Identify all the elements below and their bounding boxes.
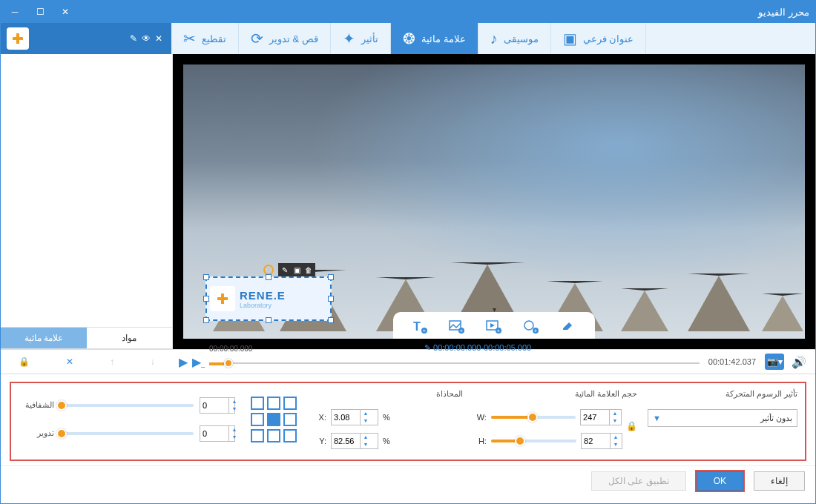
y-input[interactable]: ▲▼ — [331, 433, 378, 449]
svg-marker-11 — [490, 323, 495, 328]
subtitle-icon: ▣ — [563, 30, 577, 47]
brand-icon — [7, 27, 29, 50]
chevron-down-icon: ▼ — [653, 414, 661, 422]
svg-text:+: + — [534, 328, 538, 334]
size-title: حجم العلامة المائية — [473, 389, 637, 399]
h-label: H: — [473, 437, 487, 445]
svg-point-14 — [524, 321, 533, 330]
align-title: المحاذاة — [313, 389, 463, 399]
lock-aspect-icon[interactable]: 🔒 — [626, 421, 637, 431]
svg-text:+: + — [423, 328, 427, 334]
crop-icon: ⟳ — [251, 30, 263, 47]
sidebar-tab-watermark[interactable]: علامة مائية — [1, 328, 87, 348]
rotate-label: تدوير — [19, 428, 54, 438]
volume-icon[interactable]: 🔊 — [792, 355, 806, 369]
y-value[interactable] — [332, 437, 360, 445]
erase-button[interactable] — [556, 316, 580, 337]
w-label: W: — [473, 413, 487, 422]
opacity-slider[interactable] — [60, 404, 194, 407]
width-slider[interactable] — [491, 416, 576, 419]
snapshot-button[interactable]: 📷▾ — [765, 354, 784, 370]
move-down-icon[interactable]: ↓ — [151, 357, 155, 367]
time-range: 00:00:00.000-00:00:05.000 — [433, 343, 531, 352]
svg-text:T: T — [413, 320, 421, 333]
timeline-track[interactable]: 00:00:00.000 ✎ 00:00:00.000-00:00:05.000 — [209, 355, 700, 368]
rotate-input[interactable]: ▲▼ — [200, 425, 235, 442]
wm-brand-name: RENE.E — [240, 289, 286, 302]
wm-edit-icon[interactable]: ✎ — [280, 265, 290, 275]
step-button[interactable]: ▶⎯ — [192, 355, 205, 369]
tab-label: عنوان فرعي — [583, 33, 634, 44]
music-icon: ♪ — [490, 30, 498, 47]
tab-crop[interactable]: ⟳ قص & تدوير — [239, 23, 331, 54]
tab-cut[interactable]: ✂ تقطيع — [171, 23, 239, 54]
add-video-button[interactable]: + — [482, 316, 506, 337]
tab-label: علامة مائية — [421, 33, 466, 44]
play-button[interactable]: ▶ — [179, 355, 188, 369]
svg-text:+: + — [497, 328, 501, 334]
tab-label: تأثير — [361, 33, 378, 44]
svg-rect-1 — [13, 37, 23, 40]
svg-marker-17 — [563, 322, 572, 330]
eye-icon[interactable]: 👁 — [142, 33, 151, 44]
svg-rect-3 — [217, 297, 228, 300]
edit-icon[interactable]: ✎ — [130, 33, 137, 44]
wm-image-icon[interactable]: ▣ — [292, 265, 302, 275]
rotate-slider[interactable] — [60, 432, 194, 435]
add-image-button[interactable]: + — [445, 316, 469, 337]
anim-combo[interactable]: بدون تأثير ▼ — [648, 409, 797, 427]
tab-label: موسيقى — [504, 33, 539, 44]
percent-label: % — [383, 437, 390, 445]
x-value[interactable] — [332, 413, 360, 422]
tab-subtitle[interactable]: ▣ عنوان فرعي — [551, 23, 647, 54]
time-total: 00:01:42.037 — [708, 357, 756, 366]
opacity-label: الشفافية — [19, 400, 54, 410]
tab-label: تقطيع — [202, 33, 226, 44]
height-input[interactable]: ▲▼ — [581, 433, 622, 449]
add-text-button[interactable]: T+ — [408, 316, 432, 337]
lock-icon[interactable]: 🔒 — [19, 357, 30, 367]
x-input[interactable]: ▲▼ — [331, 409, 378, 425]
minimize-button[interactable]: ─ — [7, 4, 23, 20]
ok-button[interactable]: OK — [697, 471, 743, 491]
opacity-input[interactable]: ▲▼ — [200, 397, 235, 414]
tab-music[interactable]: ♪ موسيقى — [478, 23, 551, 54]
sidebar-content — [1, 54, 172, 327]
wm-brand-sub: Laboratory — [240, 302, 286, 309]
watermark-icon: ❂ — [403, 30, 415, 47]
window-title: محرر الفيديو — [73, 7, 809, 18]
apply-all-button[interactable]: تطبيق على الكل — [591, 471, 686, 491]
settings-panel: تأثير الرسوم المتحركة بدون تأثير ▼ حجم ا… — [10, 382, 806, 461]
svg-text:+: + — [460, 328, 464, 334]
percent-label: % — [383, 413, 390, 422]
align-grid[interactable] — [251, 397, 297, 442]
wm-delete-icon[interactable]: 🗑 — [303, 265, 314, 275]
add-toolbar: T+ + + + — [393, 312, 595, 339]
anim-title: تأثير الرسوم المتحركة — [648, 389, 797, 399]
move-up-icon[interactable]: ↑ — [110, 357, 114, 367]
delete-icon[interactable]: ✕ — [66, 357, 73, 367]
height-value[interactable] — [582, 437, 610, 445]
opacity-value[interactable] — [200, 401, 228, 410]
edit-range-icon[interactable]: ✎ 00:00:00.000-00:00:05.000 — [424, 343, 531, 353]
titlebar: محرر الفيديو ─ ☐ ✕ — [1, 1, 815, 23]
preview-area[interactable]: ✎ ▣ 🗑 RENE.E — [173, 54, 815, 349]
height-slider[interactable] — [491, 440, 576, 442]
watermark-object[interactable]: ✎ ▣ 🗑 RENE.E — [205, 276, 332, 321]
rotate-handle-icon[interactable] — [263, 265, 274, 275]
add-shape-button[interactable]: + — [519, 316, 543, 337]
close-panel-icon[interactable]: ✕ — [155, 33, 162, 44]
scissors-icon: ✂ — [183, 30, 196, 47]
width-value[interactable] — [581, 413, 609, 422]
sidebar-tab-materials[interactable]: مواد — [87, 328, 173, 348]
x-label: X: — [313, 413, 326, 422]
time-current: 00:00:00.000 — [209, 345, 252, 353]
tab-watermark[interactable]: ❂ علامة مائية — [391, 23, 478, 54]
rotate-value[interactable] — [200, 429, 228, 438]
anim-value: بدون تأثير — [760, 414, 792, 423]
width-input[interactable]: ▲▼ — [580, 409, 622, 425]
y-label: Y: — [313, 437, 326, 445]
cancel-button[interactable]: إلغاء — [754, 471, 805, 491]
effect-icon: ✦ — [343, 30, 355, 47]
tab-effect[interactable]: ✦ تأثير — [331, 23, 391, 54]
